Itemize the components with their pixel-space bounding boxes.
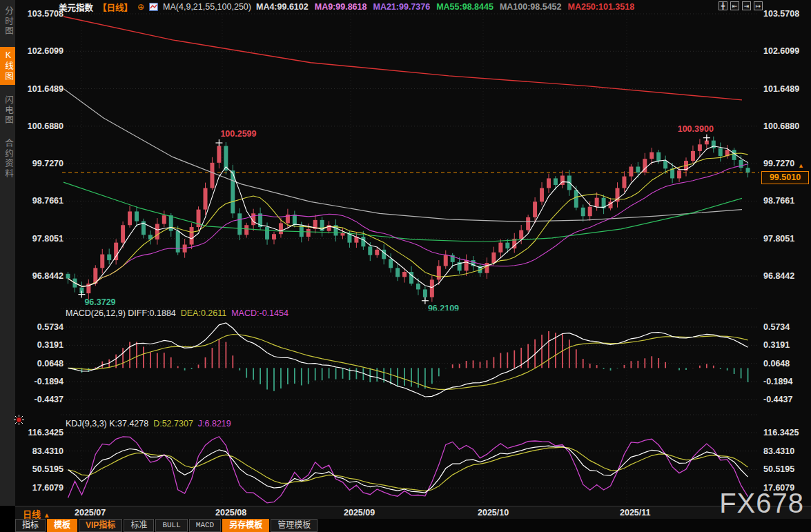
kdj-k-label: KDJ(9,3,3) K:37.4278 [66, 419, 148, 428]
ma-value-label: MA55:98.8445 [436, 2, 494, 12]
marker-sun-icon[interactable] [13, 414, 25, 426]
trading-app-window: 100.2599100.390096.372996.2109 分时图K线图闪电图… [0, 0, 811, 532]
sidebar-tab[interactable]: 分时图 [0, 3, 15, 40]
sidebar-tab[interactable]: 合约资料 [0, 135, 15, 182]
left-sidebar: 分时图K线图闪电图合约资料 [0, 0, 15, 506]
macd-diff-label: MACD(26,12,9) DIFF:0.1884 [66, 308, 176, 318]
ma-params-label: MA(4,9,21,55,100,250) [163, 2, 251, 12]
ma-value-label: MA100:98.5452 [500, 2, 562, 12]
ma-value-label: MA9:99.8618 [315, 2, 367, 12]
ma-value-label: MA21:99.7376 [373, 2, 430, 12]
ma-value-label: MA250:101.3518 [568, 2, 635, 12]
toolbar-tab[interactable]: 另存模板 [222, 519, 269, 532]
last-price-tag: 99.5010 [761, 171, 809, 184]
svg-text:96.3729: 96.3729 [84, 297, 115, 307]
scale-left-icon[interactable]: ⇤ [730, 1, 739, 10]
scale-right-icon[interactable]: ⇥ [742, 1, 751, 10]
shift-right-icon[interactable]: ↦ [754, 1, 763, 10]
macd-pane-header: MACD(26,12,9) DIFF:0.1884 DEA:0.2611 MAC… [66, 308, 289, 318]
svg-text:100.3900: 100.3900 [678, 124, 714, 134]
sidebar-tab[interactable]: K线图 [0, 47, 15, 85]
macd-hist-label: MACD:-0.1454 [231, 308, 289, 318]
svg-text:100.2599: 100.2599 [220, 129, 256, 139]
price-up-arrow-icon: ▲ [798, 162, 804, 169]
toolbar-tab[interactable]: 模板 [47, 519, 77, 532]
chart-tool-icons: ╋⇤⇥↦ [719, 1, 763, 10]
month-label: 2025/09 [344, 508, 375, 518]
toolbar-tab[interactable]: 标准 [124, 519, 154, 532]
circle-plus-icon[interactable]: ⊕ [137, 2, 144, 12]
kdj-j-label: J:6.8219 [198, 419, 231, 428]
sidebar-tab[interactable]: 闪电图 [0, 92, 15, 129]
month-label: 2025/11 [620, 508, 651, 518]
toolbar-tab[interactable]: VIP指标 [79, 519, 122, 532]
price-chart-canvas[interactable]: 100.2599100.390096.372996.2109 [0, 0, 811, 532]
chart-header: 美元指数 【日线】 ⊕ MA(4,9,21,55,100,250) MA4:99… [59, 1, 641, 13]
period-tag: 【日线】 [98, 1, 133, 14]
symbol-title: 美元指数 [59, 1, 93, 14]
kdj-d-label: D:52.7307 [153, 419, 193, 428]
month-label: 2025/07 [75, 508, 106, 518]
macd-dea-label: DEA:0.2611 [181, 308, 226, 318]
move-chart-icon[interactable]: ╋ [719, 1, 727, 10]
toolbar-tab[interactable]: 指标 [15, 519, 46, 532]
toolbar-tab[interactable]: BULL [155, 519, 187, 532]
triangle-up-icon: ▲ [43, 511, 50, 519]
month-label: 2025/10 [478, 508, 509, 518]
chart-style-icon[interactable] [149, 3, 158, 11]
svg-text:96.2109: 96.2109 [428, 304, 459, 313]
toolbar-tab[interactable]: MACD [189, 519, 221, 532]
toolbar-tab[interactable]: 管理模板 [271, 519, 317, 532]
corner-block [0, 506, 15, 532]
time-axis-row: 日线 ▲ 2025/072025/082025/092025/102025/11 [0, 506, 811, 519]
month-label: 2025/08 [215, 508, 246, 518]
fx678-watermark: FX678 [719, 488, 804, 519]
ma-values: MA4:99.6102MA9:99.8618MA21:99.7376MA55:9… [256, 2, 641, 12]
kdj-pane-header: KDJ(9,3,3) K:37.4278 D:52.7307 J:6.8219 [66, 419, 231, 428]
ma-value-label: MA4:99.6102 [256, 2, 309, 12]
bottom-toolbar: 指标模板VIP指标标准BULLMACD另存模板管理模板 [0, 519, 811, 532]
